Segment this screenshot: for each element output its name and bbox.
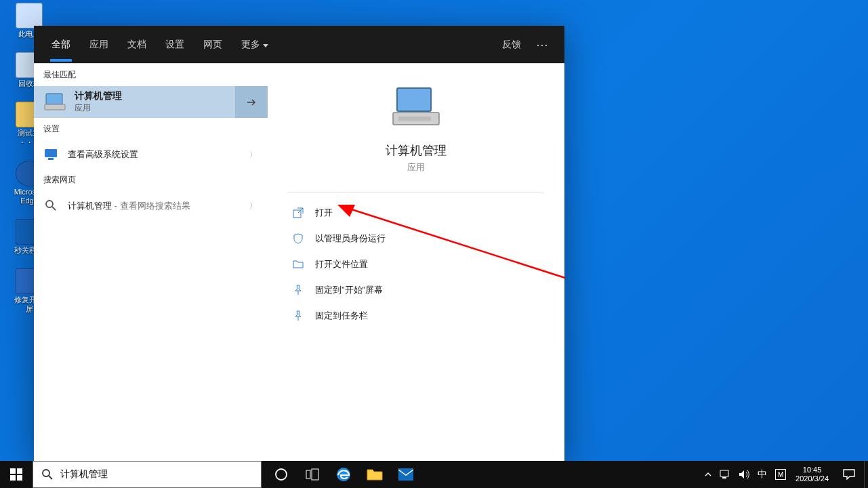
svg-rect-14 [10,475,16,481]
action-label: 以管理员身份运行 [315,232,386,245]
action-open[interactable]: 打开 [288,201,544,224]
cortana-button[interactable] [266,461,297,488]
more-options-button[interactable]: ⋯ [529,37,556,52]
svg-rect-1 [45,104,65,110]
action-open-location[interactable]: 打开文件位置 [288,253,544,276]
tray-clock[interactable]: 10:45 2020/3/24 [790,466,834,483]
tab-apps[interactable]: 应用 [80,28,118,62]
preview-title: 计算机管理 [386,142,447,159]
svg-rect-2 [45,149,57,157]
search-icon [41,468,54,481]
svg-rect-20 [312,469,318,480]
feedback-link[interactable]: 反馈 [494,33,529,56]
svg-rect-8 [398,117,431,121]
open-icon [291,205,306,220]
svg-rect-19 [306,470,310,479]
svg-line-17 [49,476,52,479]
action-pin-taskbar[interactable]: 固定到任务栏 [288,304,544,327]
action-label: 固定到"开始"屏幕 [315,284,383,296]
svg-point-4 [46,201,53,207]
svg-rect-0 [46,94,62,104]
taskbar-app-mail[interactable] [390,461,421,488]
tray-ime-lang[interactable]: 中 [753,461,771,488]
tray-ime-mode[interactable]: M [771,461,790,488]
taskbar-app-explorer[interactable] [359,461,390,488]
action-label: 固定到任务栏 [315,310,368,322]
svg-rect-12 [10,468,16,474]
svg-point-16 [43,470,49,476]
taskbar-search-box[interactable] [33,461,262,488]
search-results-column: 最佳匹配 计算机管理 应用 设置 查看高级系统设置 〉 [34,64,268,461]
svg-rect-23 [720,470,728,476]
section-web: 搜索网页 [34,169,268,191]
tab-web[interactable]: 网页 [194,28,232,62]
pin-icon [291,308,306,323]
search-preview-column: 计算机管理 应用 打开 以管理员身份运行 打开文件位置 固定到 [268,64,564,461]
start-button[interactable] [0,461,33,488]
computer-management-icon [389,84,443,131]
tab-docs[interactable]: 文档 [118,28,156,62]
taskbar-app-edge[interactable] [328,461,359,488]
result-best-match[interactable]: 计算机管理 应用 [34,86,268,118]
section-settings: 设置 [34,118,268,140]
shield-icon [291,231,306,246]
preview-subtitle: 应用 [407,161,425,174]
tray-overflow-button[interactable] [701,461,716,488]
folder-icon [291,257,306,272]
tab-more[interactable]: 更多 [232,28,278,62]
search-icon [43,198,58,213]
chevron-right-icon: 〉 [249,201,257,211]
result-suffix: - 查看网络搜索结果 [112,201,190,211]
system-tray: 中 M 10:45 2020/3/24 [701,461,868,488]
computer-management-icon [43,91,66,114]
monitor-icon [43,147,58,162]
result-web-search[interactable]: 计算机管理 - 查看网络搜索结果 〉 [34,191,268,220]
svg-rect-24 [722,477,726,479]
svg-rect-22 [398,468,413,481]
pin-icon [291,283,306,298]
time-text: 10:45 [803,466,822,474]
tray-volume-icon[interactable] [735,461,753,488]
show-desktop-button[interactable] [864,461,868,488]
result-advanced-settings[interactable]: 查看高级系统设置 〉 [34,140,268,169]
svg-rect-13 [17,468,22,474]
expand-arrow-button[interactable] [235,86,268,118]
result-title: 计算机管理 [68,201,112,211]
taskbar: 中 M 10:45 2020/3/24 [0,461,868,488]
svg-rect-3 [48,158,54,160]
svg-line-5 [52,207,56,210]
result-subtitle: 应用 [75,102,122,114]
section-best-match: 最佳匹配 [34,64,268,86]
result-title: 查看高级系统设置 [68,148,138,161]
action-run-admin[interactable]: 以管理员身份运行 [288,227,544,250]
tab-all[interactable]: 全部 [42,28,80,62]
result-title: 计算机管理 [75,90,122,102]
search-panel: 全部 应用 文档 设置 网页 更多 反馈 ⋯ 最佳匹配 计算机管理 应用 [34,26,564,461]
tab-settings[interactable]: 设置 [156,28,194,62]
svg-point-18 [276,469,287,480]
task-view-button[interactable] [297,461,328,488]
search-input[interactable] [60,469,253,480]
action-label: 打开文件位置 [315,258,368,270]
date-text: 2020/3/24 [795,474,829,483]
svg-rect-15 [17,475,22,481]
tray-network-icon[interactable] [716,461,735,488]
action-center-button[interactable] [834,469,864,480]
chevron-right-icon: 〉 [249,150,257,160]
action-label: 打开 [315,207,333,219]
search-tabs: 全部 应用 文档 设置 网页 更多 反馈 ⋯ [34,26,564,63]
svg-rect-6 [397,88,431,111]
chevron-down-icon [263,44,268,47]
action-pin-start[interactable]: 固定到"开始"屏幕 [288,279,544,302]
